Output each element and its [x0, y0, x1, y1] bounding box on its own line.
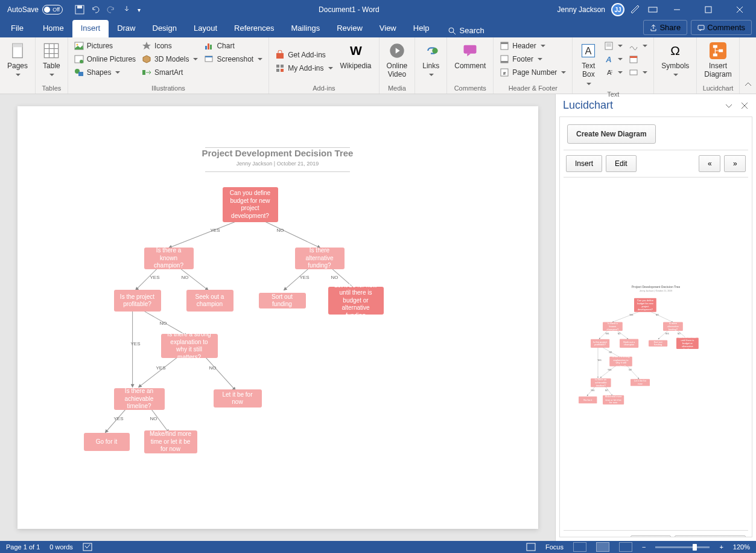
footer-button[interactable]: Footer — [497, 53, 568, 65]
focus-mode-icon[interactable] — [526, 543, 536, 551]
node-letbe-funding: Let it be for now until there is budget … — [328, 287, 384, 315]
links-button[interactable]: Links — [419, 40, 443, 83]
tab-mailings[interactable]: Mailings — [283, 20, 329, 37]
object-icon — [629, 68, 638, 77]
zoom-slider[interactable] — [655, 546, 710, 548]
touch-mode-icon[interactable] — [122, 5, 132, 14]
svg-rect-53 — [630, 70, 637, 75]
user-avatar[interactable]: JJ — [611, 3, 624, 16]
object-button[interactable] — [626, 66, 650, 78]
node-seek: Seek out a champion — [186, 290, 233, 312]
edge-label: YES — [300, 275, 310, 280]
node-seek: Seek out a champion — [620, 339, 638, 348]
print-layout-button[interactable] — [596, 542, 609, 552]
text-box-button[interactable]: A Text Box — [576, 40, 600, 89]
web-layout-button[interactable] — [619, 542, 632, 552]
tab-references[interactable]: References — [226, 20, 282, 37]
signature-line-button[interactable] — [626, 40, 650, 52]
wikipedia-icon: W — [348, 42, 364, 59]
wordart-icon: A — [604, 54, 614, 64]
smartart-button[interactable]: SmartArt — [139, 66, 200, 78]
icons-button[interactable]: Icons — [139, 40, 200, 52]
share-button[interactable]: Share — [643, 20, 687, 35]
edge-label: NO — [609, 351, 612, 354]
pen-icon[interactable] — [631, 4, 641, 15]
pane-menu-button[interactable] — [725, 101, 733, 110]
minimize-button[interactable] — [664, 0, 690, 19]
lucidchart-icon — [710, 42, 726, 59]
autosave-toggle[interactable]: AutoSave Off — [7, 5, 63, 14]
pictures-icon — [74, 41, 84, 51]
read-mode-button[interactable] — [573, 542, 586, 552]
node-explanation: Is there a strong explanation to why it … — [609, 357, 632, 366]
tab-help[interactable]: Help — [405, 20, 438, 37]
undo-icon[interactable] — [91, 5, 100, 14]
document-area[interactable]: Project Development Decision Tree Jenny … — [0, 94, 555, 541]
online-pictures-button[interactable]: Online Pictures — [72, 53, 138, 65]
shapes-button[interactable]: Shapes — [72, 66, 138, 78]
tab-review[interactable]: Review — [328, 20, 371, 37]
zoom-out-button[interactable]: − — [642, 543, 646, 551]
edge-label: YES — [605, 333, 609, 336]
page-number-button[interactable]: #Page Number — [497, 66, 568, 78]
collapse-ribbon-button[interactable] — [744, 80, 752, 91]
pane-close-button[interactable] — [740, 101, 749, 110]
redo-icon[interactable] — [106, 5, 116, 14]
comment-button[interactable]: Comment — [451, 40, 489, 83]
drop-cap-button[interactable]: A — [602, 66, 625, 78]
word-count[interactable]: 0 words — [49, 543, 73, 551]
date-time-button[interactable] — [626, 53, 650, 65]
lucidchart-pane: Lucidchart Create New Diagram ▾ My Docum… — [555, 94, 756, 541]
create-new-diagram-button[interactable]: Create New Diagram — [567, 124, 656, 144]
save-icon[interactable] — [75, 5, 84, 14]
insert-button[interactable]: Insert — [566, 155, 602, 172]
maximize-button[interactable] — [696, 0, 721, 19]
3d-models-button[interactable]: 3D Models — [139, 53, 200, 65]
pages-button[interactable]: Pages — [4, 40, 31, 83]
tab-layout[interactable]: Layout — [185, 20, 226, 37]
pictures-button[interactable]: Pictures — [72, 40, 138, 52]
spellcheck-icon[interactable] — [83, 543, 92, 551]
tab-view[interactable]: View — [371, 20, 405, 37]
edge-label: NO — [182, 275, 189, 280]
search-box[interactable]: Search — [438, 26, 494, 37]
chart-button[interactable]: Chart — [202, 40, 265, 52]
screenshot-button[interactable]: Screenshot — [202, 53, 265, 65]
quick-parts-button[interactable] — [602, 40, 625, 52]
prev-page-button[interactable]: « — [699, 155, 720, 172]
close-button[interactable] — [727, 0, 752, 19]
header-button[interactable]: Header — [497, 40, 568, 52]
tab-file[interactable]: File — [2, 20, 34, 37]
edge-label: YES — [114, 416, 124, 421]
next-page-button[interactable]: » — [724, 155, 746, 172]
edit-button[interactable]: Edit — [606, 155, 637, 172]
focus-label[interactable]: Focus — [545, 543, 564, 551]
svg-rect-60 — [527, 543, 535, 551]
logout-button[interactable]: Logout — [631, 535, 671, 537]
goto-lucidchart-button[interactable]: Go to Lucidchart — [675, 535, 746, 537]
wordart-button[interactable]: A — [602, 53, 625, 65]
ribbon-options-icon[interactable] — [647, 4, 658, 15]
edge-label: NO — [160, 321, 167, 326]
tab-home[interactable]: Home — [34, 20, 72, 37]
user-name[interactable]: Jenny Jackson — [557, 5, 605, 14]
svg-point-34 — [433, 48, 438, 53]
symbols-button[interactable]: Ω Symbols — [658, 40, 693, 83]
table-button[interactable]: Table — [39, 40, 64, 83]
comments-button[interactable]: Comments — [691, 20, 752, 35]
tab-draw[interactable]: Draw — [109, 20, 144, 37]
edge-label: YES — [665, 333, 669, 336]
page-indicator[interactable]: Page 1 of 1 — [6, 543, 40, 551]
my-addins-button[interactable]: My Add-ins — [273, 62, 335, 74]
tab-design[interactable]: Design — [144, 20, 185, 37]
insert-diagram-button[interactable]: Insert Diagram — [700, 40, 735, 83]
addins-icon — [275, 63, 285, 73]
zoom-in-button[interactable]: + — [719, 543, 723, 551]
get-addins-button[interactable]: Get Add-ins — [273, 49, 335, 61]
tab-insert[interactable]: Insert — [72, 20, 109, 37]
share-icon — [650, 24, 657, 31]
wikipedia-button[interactable]: W Wikipedia — [337, 40, 375, 83]
zoom-level[interactable]: 120% — [733, 543, 750, 551]
node-champion: Is there a known champion? — [144, 248, 194, 269]
online-video-button[interactable]: Online Video — [383, 40, 411, 83]
